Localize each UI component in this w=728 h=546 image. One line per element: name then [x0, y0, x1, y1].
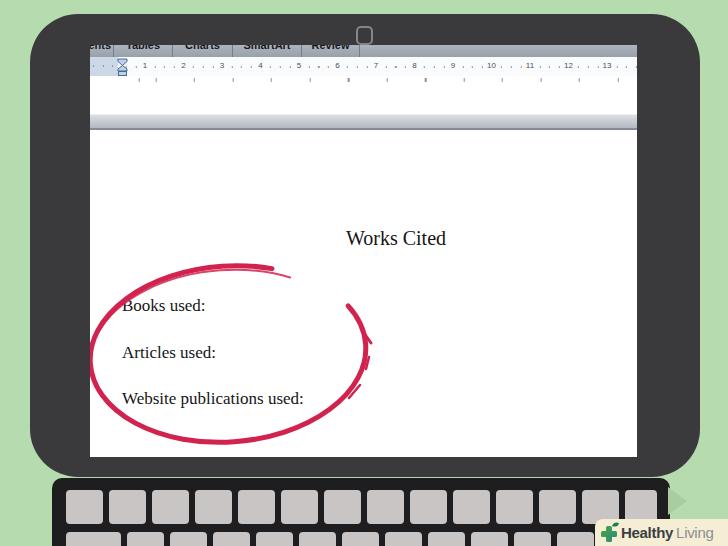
keyboard-key: [213, 532, 250, 546]
next-step-arrow-icon: [668, 487, 687, 515]
keyboard-key: [238, 490, 275, 524]
indent-marker[interactable]: [117, 58, 128, 76]
keyboard-key: [410, 490, 447, 524]
keyboard-key: [539, 490, 576, 524]
keyboard-key: [299, 532, 336, 546]
keyboard-key: [496, 490, 533, 524]
keyboard-key: [367, 490, 404, 524]
keyboard-key: [324, 490, 361, 524]
keyboard-key: [342, 532, 379, 546]
watermark-brand-light: Living: [676, 524, 713, 541]
ruler-number: 7: [373, 61, 379, 71]
laptop-keyboard-base: [52, 478, 670, 546]
keyboard-key: [66, 490, 103, 524]
keyboard-key: [428, 532, 465, 546]
ruler-sub-row: [90, 76, 637, 84]
watermark-brand-bold: Healthy: [621, 524, 673, 541]
keyboard-key: [66, 532, 121, 546]
ruler-number: 12: [563, 61, 574, 71]
keyboard-key: [557, 532, 594, 546]
keyboard-key: [281, 490, 318, 524]
ruler-sub-ticks: [120, 78, 637, 82]
ribbon-tab-document-elements[interactable]: Document Elements: [90, 45, 114, 57]
ribbon-tab-label: Review: [302, 45, 359, 51]
page-top-band: [90, 114, 637, 130]
ruler-number: 5: [296, 61, 302, 71]
webcam-icon: [356, 26, 373, 45]
keyboard-key: [109, 490, 146, 524]
ribbon-tab-label: Charts: [173, 45, 232, 51]
document-page[interactable]: Works Cited Books used:Articles used:Web…: [90, 132, 637, 457]
ruler-number: 8: [411, 61, 417, 71]
ribbon-tab-bar-filler: [360, 45, 637, 57]
ruler-number: 9: [450, 61, 456, 71]
document-title: Works Cited: [346, 227, 446, 250]
keyboard-key: [385, 532, 422, 546]
ruler-number: 11: [525, 61, 535, 71]
ribbon-tab-label: Tables: [114, 45, 172, 51]
ruler-number: 10: [486, 61, 497, 71]
ribbon-tab-label: SmartArt: [233, 45, 301, 51]
keyboard-key: [453, 490, 490, 524]
word-processor-screen: Document ElementsTablesChartsSmartArtRev…: [90, 45, 637, 457]
ruler-number: 6: [334, 61, 340, 71]
healthy-living-plus-leaf-icon: [598, 522, 620, 544]
keyboard-key: [195, 490, 232, 524]
keyboard-key: [170, 532, 207, 546]
brand-watermark: Healthy Living: [595, 519, 728, 546]
ruler-number: 1: [142, 61, 148, 71]
ruler-number: 2: [180, 61, 186, 71]
ruler-number: 3: [219, 61, 225, 71]
ribbon-tab-label: Document Elements: [90, 45, 111, 51]
hand-drawn-circle-annotation: [90, 257, 380, 457]
keyboard-key: [152, 490, 189, 524]
ribbon-tab-smartart[interactable]: SmartArt: [233, 45, 302, 57]
ribbon-tab-charts[interactable]: Charts: [173, 45, 233, 57]
keyboard-key: [256, 532, 293, 546]
keyboard-key: [127, 532, 164, 546]
ruler-margin-area: [90, 57, 118, 76]
ruler-number: 13: [602, 61, 613, 71]
keyboard-key: [471, 532, 508, 546]
horizontal-ruler: 1234567891011121314: [90, 57, 637, 77]
ruler-number: 4: [257, 61, 263, 71]
ribbon-tab-review[interactable]: Review: [302, 45, 360, 57]
ribbon-tab-tables[interactable]: Tables: [114, 45, 173, 57]
keyboard-key: [514, 532, 551, 546]
